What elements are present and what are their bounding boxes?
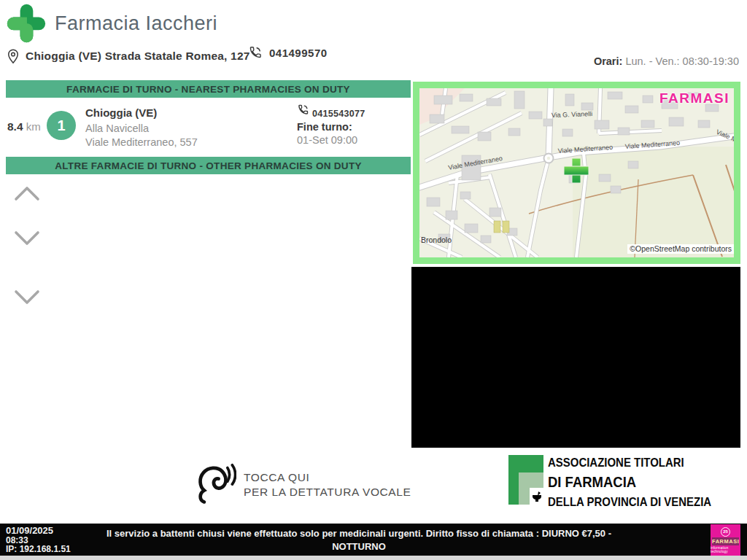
- ear-icon: [193, 463, 236, 507]
- shift-end-label: Fine turno:: [297, 121, 365, 133]
- duty-details: 0415543077 Fine turno: 01-Set 09:00: [297, 104, 365, 146]
- farmasi-tagline: information technology: [711, 546, 740, 553]
- chevron-down-icon: [13, 289, 41, 306]
- distance-value: 8.4: [7, 120, 23, 133]
- pharmacy-phone: 041499570: [269, 47, 328, 59]
- street-map[interactable]: Via G. Vianelli Viale Mediterraneo Viale…: [419, 88, 734, 257]
- video-panel: [411, 267, 740, 448]
- page-down-button[interactable]: [13, 289, 41, 306]
- association-line1: ASSOCIAZIONE TITOLARI: [548, 456, 711, 470]
- phone-icon: [297, 104, 309, 116]
- footer-ip: IP: 192.168.1.51: [6, 545, 71, 554]
- farmasi-map-logo: FARMASI: [659, 90, 729, 106]
- map-panel[interactable]: Via G. Vianelli Viale Mediterraneo Viale…: [413, 82, 740, 264]
- voice-line1: TOCCA QUI: [244, 471, 309, 483]
- other-pharmacies-banner: ALTRE FARMACIE DI TURNO - OTHER PHARMACI…: [6, 157, 411, 174]
- footer-status: 01/09/2025 08:33 IP: 192.168.1.51: [6, 526, 71, 554]
- duty-phone: 0415543077: [312, 109, 365, 119]
- header-phone: 041499570: [248, 45, 328, 60]
- opening-hours-label: Orari:: [594, 55, 623, 67]
- duty-pharmacy-name: Alla Navicella: [85, 122, 149, 134]
- farmasi-anniversary-badge: 25: [721, 527, 730, 537]
- pharmacy-cross-logo-icon: [6, 3, 47, 44]
- footer-date: 01/09/2025: [6, 526, 71, 536]
- place-label: Brondolo: [421, 236, 452, 244]
- chevron-up-icon: [13, 184, 41, 202]
- pharmacy-address: Chioggia (VE) Strada Statale Romea, 127: [26, 50, 250, 63]
- nearest-pharmacies-banner: FARMACIE DI TURNO - NEAREST PHARMACIES O…: [6, 80, 411, 98]
- association-emblem-icon: [508, 455, 543, 505]
- map-canvas: Via G. Vianelli Viale Mediterraneo Viale…: [419, 88, 734, 257]
- map-attribution: ©OpenStreetMap contributors: [627, 244, 734, 254]
- duty-street: Viale Mediterraneo, 557: [85, 136, 198, 148]
- association-logo: ASSOCIAZIONE TITOLARI DI FARMACIA DELLA …: [508, 455, 734, 510]
- scroll-up-button[interactable]: [13, 184, 41, 202]
- farmasi-footer-logo: 25 FARMASI information technology: [711, 524, 740, 556]
- location-pin-icon: [6, 47, 20, 65]
- rank-badge: 1: [47, 111, 76, 140]
- distance: 8.4 km: [7, 120, 41, 133]
- voice-dictation-button[interactable]: TOCCA QUI PER LA DETTATURA VOCALE: [193, 461, 411, 509]
- duty-pharmacy-item[interactable]: 8.4 km 1 Chioggia (VE) Alla Navicella Vi…: [6, 98, 411, 157]
- page-title: Farmacia Iaccheri: [55, 12, 217, 35]
- chevron-down-icon: [13, 230, 41, 247]
- distance-unit: km: [23, 120, 41, 133]
- voice-line2: PER LA DETTATURA VOCALE: [244, 486, 411, 498]
- footer-bar: 01/09/2025 08:33 IP: 192.168.1.51 Il ser…: [0, 524, 747, 556]
- shift-end-value: 01-Set 09:00: [297, 134, 365, 146]
- mortar-pestle-icon: [532, 491, 542, 502]
- street-label: Via G. Vianelli: [551, 110, 593, 119]
- address-row: Chioggia (VE) Strada Statale Romea, 127: [6, 47, 250, 66]
- opening-hours: Orari: Lun. - Ven.: 08:30-19:30: [594, 55, 739, 67]
- association-line3: DELLA PROVINCIA DI VENEZIA: [548, 495, 711, 510]
- scroll-down-button[interactable]: [13, 230, 41, 247]
- duty-city: Chioggia (VE): [85, 106, 157, 119]
- association-line2: DI FARMACIA: [548, 473, 711, 491]
- footer-notice-line1: Il servizio a battenti chiusi viene effe…: [107, 528, 611, 552]
- opening-hours-value: Lun. - Ven.: 08:30-19:30: [622, 55, 739, 67]
- kiosk-screen: Farmacia Iaccheri Chioggia (VE) Strada S…: [0, 0, 747, 560]
- farmasi-brand-name: FARMASI: [712, 537, 739, 545]
- phone-icon: [248, 45, 263, 60]
- bottom-strip: [0, 556, 747, 560]
